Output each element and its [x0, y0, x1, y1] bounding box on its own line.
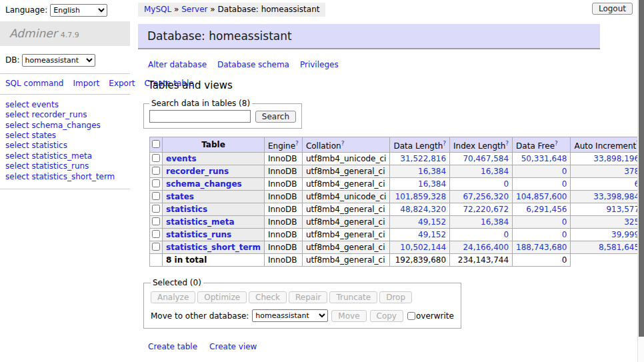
- row-checkbox[interactable]: [152, 154, 160, 162]
- cell-data-length: 16,384: [390, 178, 450, 191]
- optimize-button[interactable]: Optimize: [197, 291, 247, 303]
- search-input[interactable]: [149, 110, 251, 123]
- row-checkbox[interactable]: [152, 192, 160, 200]
- sidebar-select-link[interactable]: select statistics_runs: [5, 161, 130, 171]
- table-link[interactable]: events: [166, 154, 197, 163]
- truncate-button[interactable]: Truncate: [329, 291, 377, 303]
- cell-data-free: 0: [513, 229, 571, 241]
- sidebar-select-link[interactable]: select statistics_short_term: [5, 172, 130, 182]
- db-nav-link[interactable]: Privileges: [300, 60, 339, 69]
- row-checkbox[interactable]: [152, 230, 160, 238]
- sidebar-select-link[interactable]: select states: [5, 131, 130, 141]
- sidebar-select-link[interactable]: select statistics_meta: [5, 151, 130, 161]
- table-total-row: 8 in totalInnoDButf8mb4_general_ci192,83…: [150, 254, 644, 267]
- check-button[interactable]: Check: [249, 291, 287, 303]
- row-checkbox[interactable]: [152, 243, 160, 251]
- sidebar-action-link[interactable]: Import: [73, 79, 99, 88]
- cell-data-length: 16,384: [390, 165, 450, 178]
- logout-button[interactable]: Logout: [592, 3, 633, 15]
- cell-engine: InnoDB: [264, 153, 302, 165]
- table-link[interactable]: statistics_meta: [166, 217, 235, 227]
- cell-engine: InnoDB: [264, 165, 302, 178]
- create-link[interactable]: Create table: [148, 342, 197, 351]
- scrollbar-thumb[interactable]: [639, 0, 644, 337]
- table-link[interactable]: recorder_runs: [166, 167, 229, 176]
- db-nav-link[interactable]: Alter database: [148, 60, 207, 69]
- table-header-row: TableEngine?Collation?Data Length?Index …: [150, 137, 644, 153]
- move-label: Move to other database:: [151, 311, 249, 321]
- cell-collation: utf8mb4_general_ci: [302, 203, 390, 216]
- language-row: Language:English: [0, 0, 130, 21]
- overwrite-checkbox[interactable]: [407, 312, 415, 320]
- row-checkbox[interactable]: [152, 179, 160, 187]
- sidebar-action-link[interactable]: SQL command: [5, 79, 63, 88]
- table-link[interactable]: statistics_short_term: [166, 243, 261, 252]
- cell-data-free: 50,331,648: [513, 153, 571, 165]
- cell-table-name: statistics_runs: [163, 229, 265, 241]
- db-selector-row: DB:homeassistant: [0, 46, 130, 73]
- vertical-scrollbar[interactable]: [637, 0, 644, 362]
- select-all-checkbox[interactable]: [152, 140, 160, 148]
- column-hint-icon[interactable]: ?: [295, 140, 299, 147]
- cell-index-length: 24,166,400: [450, 241, 513, 254]
- row-checkbox[interactable]: [152, 205, 160, 213]
- cell-index-length: 67,256,320: [450, 191, 513, 203]
- cell-collation: utf8mb4_general_ci: [302, 241, 390, 254]
- column-hint-icon[interactable]: ?: [341, 140, 345, 147]
- drop-button[interactable]: Drop: [379, 291, 412, 303]
- column-hint-icon[interactable]: ?: [555, 140, 558, 147]
- sidebar-select-link[interactable]: select statistics: [5, 141, 130, 151]
- cell-auto-increment: 913,577: [571, 203, 643, 216]
- breadcrumb-link[interactable]: MySQL: [144, 5, 171, 14]
- column-hint-icon[interactable]: ?: [443, 140, 446, 147]
- total-engine-cell: InnoDB: [264, 254, 302, 267]
- cell-data-free: 104,857,600: [513, 191, 571, 203]
- selected-fieldset: Selected (0) AnalyzeOptimizeCheckRepairT…: [143, 278, 461, 329]
- repair-button[interactable]: Repair: [289, 291, 327, 303]
- move-database-select[interactable]: homeassistant: [252, 309, 328, 322]
- cell-data-length: 31,522,816: [390, 153, 450, 165]
- row-checkbox[interactable]: [152, 217, 160, 225]
- breadcrumb-link[interactable]: Server: [181, 5, 207, 14]
- breadcrumb-separator: »: [208, 5, 218, 14]
- sidebar-select-link[interactable]: select events: [5, 100, 130, 110]
- table-row: statesInnoDButf8mb4_unicode_ci101,859,32…: [150, 191, 644, 203]
- table-row: statistics_metaInnoDButf8mb4_general_ci4…: [150, 216, 644, 229]
- search-button[interactable]: Search: [255, 111, 296, 123]
- column-header-index-length: Index Length?: [450, 137, 513, 153]
- cell-index-length: 0: [450, 178, 513, 191]
- db-select[interactable]: homeassistant: [22, 54, 95, 67]
- move-button[interactable]: Move: [331, 310, 366, 322]
- create-link[interactable]: Create view: [209, 342, 257, 351]
- row-checkbox[interactable]: [152, 167, 160, 175]
- sidebar-select-link[interactable]: select schema_changes: [5, 121, 130, 131]
- total-index-length-cell: 234,143,744: [450, 254, 513, 267]
- row-checkbox-cell: [150, 178, 163, 191]
- cell-auto-increment: 33,398,984: [571, 191, 643, 203]
- sidebar: Language:English Adminer4.7.9 DB:homeass…: [0, 0, 130, 189]
- cell-table-name: statistics_short_term: [163, 241, 265, 254]
- row-checkbox-cell: [150, 241, 163, 254]
- sidebar-select-link[interactable]: select recorder_runs: [5, 110, 130, 120]
- search-legend: Search data in tables (8): [149, 99, 252, 108]
- cell-collation: utf8mb4_general_ci: [302, 229, 390, 241]
- table-link[interactable]: statistics_runs: [166, 230, 231, 239]
- table-link[interactable]: states: [166, 192, 194, 201]
- cell-data-free: 6,291,456: [513, 203, 571, 216]
- column-header-data-length: Data Length?: [390, 137, 450, 153]
- total-collation-cell: utf8mb4_general_ci: [302, 254, 390, 267]
- cell-table-name: statistics_meta: [163, 216, 265, 229]
- cell-auto-increment: 378: [571, 165, 643, 178]
- copy-button[interactable]: Copy: [370, 310, 403, 322]
- table-link[interactable]: statistics: [166, 205, 207, 214]
- cell-table-name: events: [163, 153, 265, 165]
- sidebar-action-link[interactable]: Export: [109, 79, 135, 88]
- db-nav-link[interactable]: Database schema: [217, 60, 289, 69]
- table-link[interactable]: schema_changes: [166, 179, 242, 189]
- analyze-button[interactable]: Analyze: [151, 291, 195, 303]
- language-select[interactable]: English: [50, 4, 107, 17]
- row-checkbox-cell: [150, 203, 163, 216]
- sidebar-table-links: select eventsselect recorder_runsselect …: [0, 95, 130, 189]
- column-hint-icon[interactable]: ?: [505, 140, 509, 147]
- column-header-collation: Collation?: [302, 137, 390, 153]
